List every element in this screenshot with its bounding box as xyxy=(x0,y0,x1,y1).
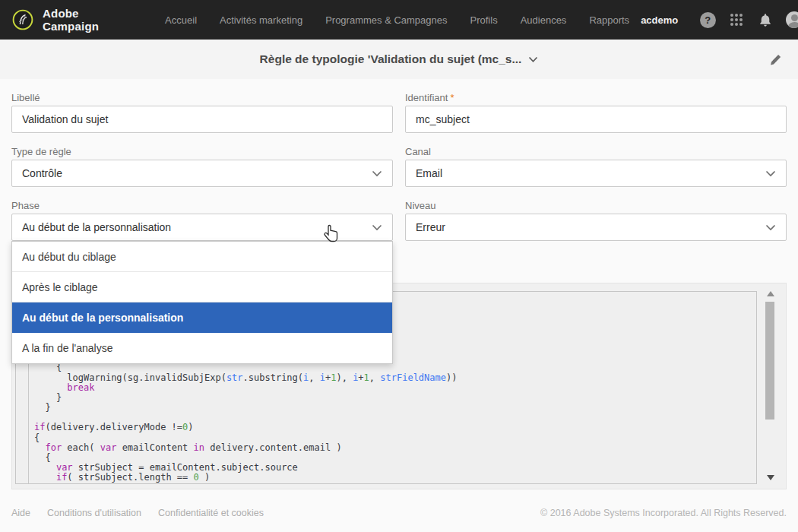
code-scrollbar[interactable] xyxy=(765,288,775,486)
label-libelle: Libellé xyxy=(11,92,40,103)
label-canal: Canal xyxy=(405,146,431,157)
niveau-select[interactable]: Erreur xyxy=(405,214,787,241)
apps-grid-icon[interactable] xyxy=(727,11,746,29)
copyright-text: © 2016 Adobe Systems Incorporated. All R… xyxy=(540,508,787,518)
adobe-campaign-logo-icon xyxy=(12,9,33,30)
nav-item-rapports[interactable]: Rapports xyxy=(578,14,641,26)
account-name[interactable]: acdemo xyxy=(641,14,678,26)
label-phase: Phase xyxy=(11,200,40,211)
top-navbar: Adobe Campaign AccueilActivités marketin… xyxy=(0,0,798,40)
footer-link-aide[interactable]: Aide xyxy=(11,508,30,518)
label-identifiant: Identifiant* xyxy=(405,92,454,103)
dropdown-option-au-debut-de-la-personnalisation[interactable]: Au début de la personnalisation xyxy=(12,302,392,333)
nav-item-programmes-campagnes[interactable]: Programmes & Campagnes xyxy=(314,14,458,26)
nav-item-audiences[interactable]: Audiences xyxy=(509,14,578,26)
scroll-up-arrow-icon[interactable] xyxy=(767,291,774,296)
page-header: Règle de typologie 'Validation du sujet … xyxy=(0,40,798,79)
niveau-value: Erreur xyxy=(416,221,765,233)
adobe-campaign-page: Adobe Campaign AccueilActivités marketin… xyxy=(0,0,798,532)
edit-pencil-icon[interactable] xyxy=(766,50,784,68)
footer-link-confidentialite-et-cookies[interactable]: Confidentialité et cookies xyxy=(158,508,264,518)
page-title: Règle de typologie 'Validation du sujet … xyxy=(260,52,522,66)
required-asterisk: * xyxy=(450,92,454,103)
phase-select[interactable]: Au début de la personnalisation xyxy=(11,214,393,241)
user-menu-button[interactable] xyxy=(785,11,798,29)
label-type-de-regle: Type de règle xyxy=(11,146,71,157)
chevron-down-icon xyxy=(372,221,382,233)
chevron-down-icon xyxy=(765,167,776,179)
page-footer: AideConditions d'utilisationConfidential… xyxy=(0,494,798,532)
canal-select[interactable]: Email xyxy=(405,160,787,187)
type-de-regle-value: Contrôle xyxy=(22,167,372,179)
brand[interactable]: Adobe Campaign xyxy=(12,7,99,33)
identifiant-input[interactable] xyxy=(405,106,787,133)
footer-links: AideConditions d'utilisationConfidential… xyxy=(11,508,280,518)
chevron-down-icon xyxy=(765,221,776,233)
scroll-down-arrow-icon[interactable] xyxy=(767,475,774,480)
help-icon: ? xyxy=(700,12,716,28)
nav-item-activites-marketing[interactable]: Activités marketing xyxy=(208,14,314,26)
type-de-regle-select[interactable]: Contrôle xyxy=(11,160,393,187)
phase-value: Au début de la personnalisation xyxy=(22,221,372,233)
nav-item-accueil[interactable]: Accueil xyxy=(154,14,208,26)
chevron-down-icon xyxy=(372,167,382,179)
user-avatar-icon xyxy=(786,11,798,28)
dropdown-option-a-la-fin-de-l-analyse[interactable]: A la fin de l'analyse xyxy=(12,333,392,363)
scrollbar-thumb[interactable] xyxy=(765,302,774,420)
libelle-input[interactable] xyxy=(11,106,393,133)
navbar-right: acdemo ? xyxy=(641,11,798,29)
main-nav: AccueilActivités marketingProgrammes & C… xyxy=(154,14,641,26)
footer-link-conditions-d-utilisation[interactable]: Conditions d'utilisation xyxy=(47,508,141,518)
notifications-bell-icon[interactable] xyxy=(756,11,774,29)
nav-item-profils[interactable]: Profils xyxy=(459,14,509,26)
chevron-down-icon xyxy=(528,52,538,66)
brand-name: Adobe Campaign xyxy=(43,7,99,33)
page-title-dropdown[interactable]: Règle de typologie 'Validation du sujet … xyxy=(260,52,539,66)
dropdown-option-au-debut-du-ciblage[interactable]: Au début du ciblage xyxy=(12,242,392,272)
phase-dropdown-list: Au début du ciblageAprès le ciblageAu dé… xyxy=(11,241,393,364)
dropdown-option-apres-le-ciblage[interactable]: Après le ciblage xyxy=(12,272,392,302)
canal-value: Email xyxy=(416,167,765,179)
help-button[interactable]: ? xyxy=(698,11,717,29)
label-niveau: Niveau xyxy=(405,200,435,211)
